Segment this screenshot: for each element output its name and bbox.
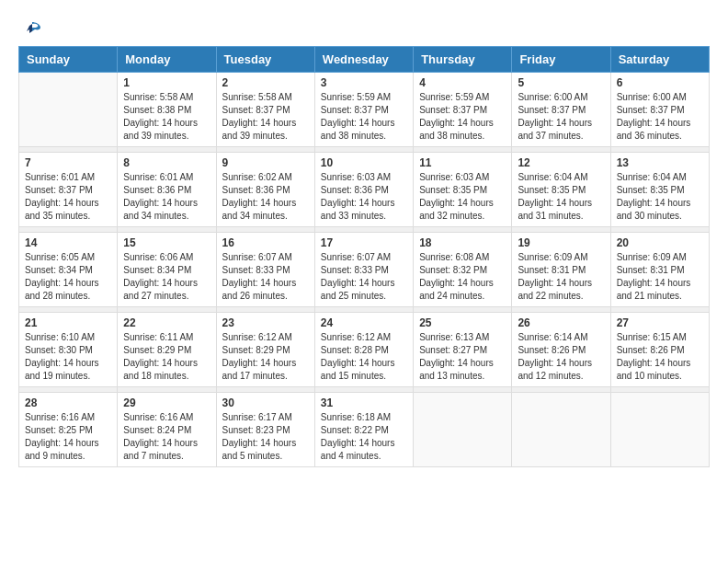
day-info: Sunrise: 5:58 AM Sunset: 8:38 PM Dayligh…	[123, 91, 210, 143]
calendar-cell: 24Sunrise: 6:12 AM Sunset: 8:28 PM Dayli…	[314, 313, 413, 387]
day-number: 24	[321, 316, 407, 329]
calendar-cell	[610, 393, 709, 467]
day-number: 16	[222, 236, 309, 249]
calendar-cell: 13Sunrise: 6:04 AM Sunset: 8:35 PM Dayli…	[610, 153, 709, 227]
day-info: Sunrise: 6:16 AM Sunset: 8:25 PM Dayligh…	[25, 411, 111, 463]
weekday-header-sunday: Sunday	[19, 47, 118, 73]
day-number: 28	[25, 396, 111, 409]
weekday-header-monday: Monday	[118, 47, 216, 73]
day-info: Sunrise: 6:00 AM Sunset: 8:37 PM Dayligh…	[518, 91, 604, 143]
logo	[18, 18, 42, 37]
day-info: Sunrise: 6:06 AM Sunset: 8:34 PM Dayligh…	[123, 251, 210, 303]
weekday-header-thursday: Thursday	[414, 47, 512, 73]
day-number: 26	[518, 316, 604, 329]
calendar-cell: 20Sunrise: 6:09 AM Sunset: 8:31 PM Dayli…	[610, 233, 709, 307]
day-number: 9	[222, 156, 309, 169]
day-info: Sunrise: 6:03 AM Sunset: 8:36 PM Dayligh…	[321, 171, 407, 223]
day-number: 5	[518, 76, 604, 89]
calendar-cell: 4Sunrise: 5:59 AM Sunset: 8:37 PM Daylig…	[414, 73, 512, 147]
day-info: Sunrise: 6:02 AM Sunset: 8:36 PM Dayligh…	[222, 171, 309, 223]
day-number: 19	[518, 236, 604, 249]
day-info: Sunrise: 6:10 AM Sunset: 8:30 PM Dayligh…	[25, 331, 111, 383]
day-number: 17	[321, 236, 407, 249]
day-info: Sunrise: 6:12 AM Sunset: 8:28 PM Dayligh…	[321, 331, 407, 383]
day-number: 31	[321, 396, 407, 409]
day-info: Sunrise: 5:58 AM Sunset: 8:37 PM Dayligh…	[222, 91, 309, 143]
day-number: 30	[222, 396, 309, 409]
day-number: 25	[419, 316, 506, 329]
logo-bird-icon	[22, 18, 42, 39]
calendar-week-3: 14Sunrise: 6:05 AM Sunset: 8:34 PM Dayli…	[19, 233, 710, 307]
day-number: 11	[419, 156, 506, 169]
day-number: 7	[25, 156, 111, 169]
day-number: 15	[123, 236, 210, 249]
weekday-header-friday: Friday	[512, 47, 610, 73]
calendar-cell: 22Sunrise: 6:11 AM Sunset: 8:29 PM Dayli…	[118, 313, 216, 387]
calendar-cell	[19, 73, 118, 147]
calendar-cell: 29Sunrise: 6:16 AM Sunset: 8:24 PM Dayli…	[118, 393, 216, 467]
calendar-table: SundayMondayTuesdayWednesdayThursdayFrid…	[18, 46, 710, 467]
day-info: Sunrise: 6:01 AM Sunset: 8:36 PM Dayligh…	[123, 171, 210, 223]
day-info: Sunrise: 6:17 AM Sunset: 8:23 PM Dayligh…	[222, 411, 309, 463]
day-number: 6	[617, 76, 703, 89]
day-info: Sunrise: 6:03 AM Sunset: 8:35 PM Dayligh…	[419, 171, 506, 223]
calendar-week-5: 28Sunrise: 6:16 AM Sunset: 8:25 PM Dayli…	[19, 393, 710, 467]
day-info: Sunrise: 6:05 AM Sunset: 8:34 PM Dayligh…	[25, 251, 111, 303]
day-info: Sunrise: 6:01 AM Sunset: 8:37 PM Dayligh…	[25, 171, 111, 223]
day-info: Sunrise: 6:12 AM Sunset: 8:29 PM Dayligh…	[222, 331, 309, 383]
day-info: Sunrise: 6:15 AM Sunset: 8:26 PM Dayligh…	[617, 331, 703, 383]
day-number: 1	[123, 76, 210, 89]
calendar-cell: 9Sunrise: 6:02 AM Sunset: 8:36 PM Daylig…	[216, 153, 314, 227]
weekday-header-wednesday: Wednesday	[314, 47, 413, 73]
page-header	[18, 18, 710, 37]
calendar-cell: 8Sunrise: 6:01 AM Sunset: 8:36 PM Daylig…	[118, 153, 216, 227]
day-number: 23	[222, 316, 309, 329]
day-info: Sunrise: 5:59 AM Sunset: 8:37 PM Dayligh…	[321, 91, 407, 143]
day-number: 27	[617, 316, 703, 329]
calendar-cell: 5Sunrise: 6:00 AM Sunset: 8:37 PM Daylig…	[512, 73, 610, 147]
calendar-cell: 12Sunrise: 6:04 AM Sunset: 8:35 PM Dayli…	[512, 153, 610, 227]
day-number: 10	[321, 156, 407, 169]
calendar-cell: 17Sunrise: 6:07 AM Sunset: 8:33 PM Dayli…	[314, 233, 413, 307]
calendar-cell: 11Sunrise: 6:03 AM Sunset: 8:35 PM Dayli…	[414, 153, 512, 227]
calendar-week-2: 7Sunrise: 6:01 AM Sunset: 8:37 PM Daylig…	[19, 153, 710, 227]
day-number: 22	[123, 316, 210, 329]
day-info: Sunrise: 6:08 AM Sunset: 8:32 PM Dayligh…	[419, 251, 506, 303]
day-info: Sunrise: 6:11 AM Sunset: 8:29 PM Dayligh…	[123, 331, 210, 383]
calendar-cell: 7Sunrise: 6:01 AM Sunset: 8:37 PM Daylig…	[19, 153, 118, 227]
weekday-header-tuesday: Tuesday	[216, 47, 314, 73]
day-info: Sunrise: 6:00 AM Sunset: 8:37 PM Dayligh…	[617, 91, 703, 143]
day-number: 4	[419, 76, 506, 89]
weekday-header-saturday: Saturday	[610, 47, 709, 73]
day-info: Sunrise: 6:04 AM Sunset: 8:35 PM Dayligh…	[518, 171, 604, 223]
calendar-cell: 14Sunrise: 6:05 AM Sunset: 8:34 PM Dayli…	[19, 233, 118, 307]
day-info: Sunrise: 6:09 AM Sunset: 8:31 PM Dayligh…	[518, 251, 604, 303]
calendar-cell: 26Sunrise: 6:14 AM Sunset: 8:26 PM Dayli…	[512, 313, 610, 387]
day-number: 14	[25, 236, 111, 249]
calendar-cell: 27Sunrise: 6:15 AM Sunset: 8:26 PM Dayli…	[610, 313, 709, 387]
day-number: 21	[25, 316, 111, 329]
calendar-cell: 31Sunrise: 6:18 AM Sunset: 8:22 PM Dayli…	[314, 393, 413, 467]
day-number: 18	[419, 236, 506, 249]
calendar-cell	[414, 393, 512, 467]
calendar-week-1: 1Sunrise: 5:58 AM Sunset: 8:38 PM Daylig…	[19, 73, 710, 147]
calendar-cell: 3Sunrise: 5:59 AM Sunset: 8:37 PM Daylig…	[314, 73, 413, 147]
calendar-cell: 2Sunrise: 5:58 AM Sunset: 8:37 PM Daylig…	[216, 73, 314, 147]
day-number: 29	[123, 396, 210, 409]
calendar-cell: 30Sunrise: 6:17 AM Sunset: 8:23 PM Dayli…	[216, 393, 314, 467]
calendar-week-4: 21Sunrise: 6:10 AM Sunset: 8:30 PM Dayli…	[19, 313, 710, 387]
day-number: 12	[518, 156, 604, 169]
day-info: Sunrise: 6:07 AM Sunset: 8:33 PM Dayligh…	[321, 251, 407, 303]
calendar-cell: 18Sunrise: 6:08 AM Sunset: 8:32 PM Dayli…	[414, 233, 512, 307]
calendar-cell: 28Sunrise: 6:16 AM Sunset: 8:25 PM Dayli…	[19, 393, 118, 467]
calendar-cell: 21Sunrise: 6:10 AM Sunset: 8:30 PM Dayli…	[19, 313, 118, 387]
calendar-cell: 10Sunrise: 6:03 AM Sunset: 8:36 PM Dayli…	[314, 153, 413, 227]
calendar-cell: 19Sunrise: 6:09 AM Sunset: 8:31 PM Dayli…	[512, 233, 610, 307]
calendar-header-row: SundayMondayTuesdayWednesdayThursdayFrid…	[19, 47, 710, 73]
calendar-cell: 16Sunrise: 6:07 AM Sunset: 8:33 PM Dayli…	[216, 233, 314, 307]
day-number: 2	[222, 76, 309, 89]
calendar-cell: 23Sunrise: 6:12 AM Sunset: 8:29 PM Dayli…	[216, 313, 314, 387]
day-info: Sunrise: 6:18 AM Sunset: 8:22 PM Dayligh…	[321, 411, 407, 463]
calendar-cell	[512, 393, 610, 467]
calendar-cell: 25Sunrise: 6:13 AM Sunset: 8:27 PM Dayli…	[414, 313, 512, 387]
